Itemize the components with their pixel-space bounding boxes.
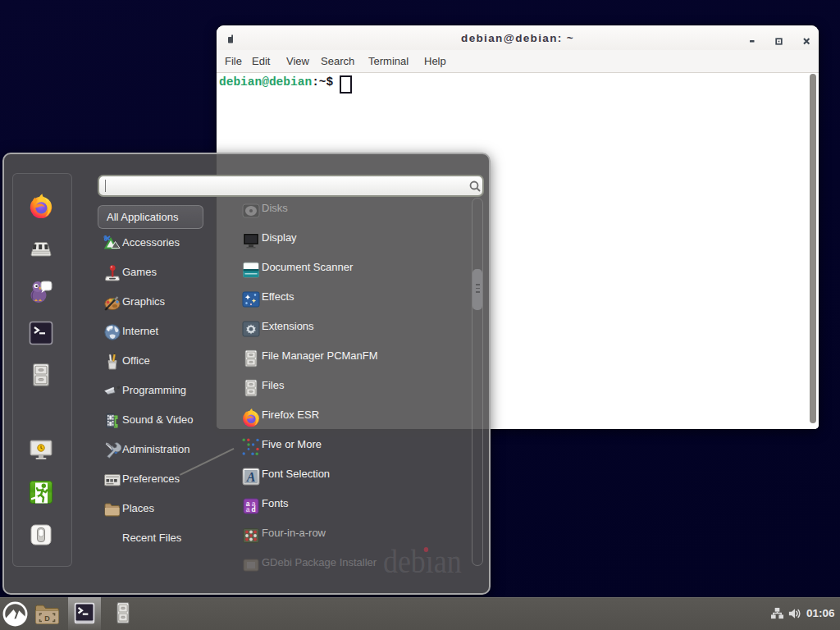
- svg-text:D: D: [44, 614, 50, 623]
- svg-text:a: a: [246, 505, 250, 514]
- svg-text:A: A: [246, 470, 256, 484]
- svg-text:d: d: [251, 505, 255, 514]
